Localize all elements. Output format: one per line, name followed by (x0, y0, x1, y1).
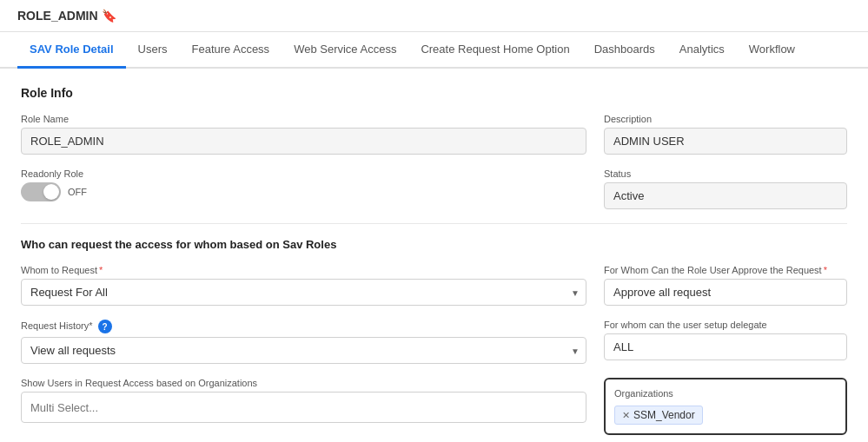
whom-to-request-select-wrapper: Request For All Request For Self Request… (21, 279, 586, 306)
tabs-bar: SAV Role Detail Users Feature Access Web… (0, 32, 868, 69)
role-name-title: ROLE_ADMIN (17, 9, 98, 23)
top-bar: ROLE_ADMIN 🔖 (0, 0, 868, 32)
who-row1: Whom to Request Request For All Request … (21, 265, 847, 306)
role-info-row2: Readonly Role OFF Status (21, 168, 847, 209)
request-history-select-wrapper: View all requests View own requests ▼ (21, 337, 586, 364)
for-whom-approve-group: For Whom Can the Role User Approve the R… (604, 265, 847, 306)
description-input[interactable] (604, 128, 847, 155)
status-input[interactable] (604, 182, 847, 209)
status-group: Status (604, 168, 847, 209)
role-name-group: Role Name (21, 114, 586, 155)
readonly-role-label: Readonly Role (21, 168, 586, 179)
request-history-label: Request History* ? (21, 320, 586, 333)
toggle-knob (43, 184, 59, 200)
org-tag-ssm-vendor: ✕ SSM_Vendor (614, 406, 703, 425)
show-users-input[interactable] (21, 392, 586, 423)
tab-create-request-home-option[interactable]: Create Request Home Option (408, 32, 581, 69)
status-label: Status (604, 168, 847, 179)
section-divider (21, 223, 847, 224)
role-name-label: Role Name (21, 114, 586, 124)
show-users-group: Show Users in Request Access based on Or… (21, 378, 586, 423)
tab-workflow[interactable]: Workflow (737, 32, 807, 69)
tab-sav-role-detail[interactable]: SAV Role Detail (17, 32, 126, 69)
who-row3: Show Users in Request Access based on Or… (21, 378, 847, 435)
organizations-box: Organizations ✕ SSM_Vendor (604, 378, 847, 435)
role-name-input[interactable] (21, 128, 586, 155)
whom-to-request-select[interactable]: Request For All Request For Self Request… (21, 279, 586, 306)
whom-to-request-label: Whom to Request (21, 265, 586, 275)
whom-to-request-group: Whom to Request Request For All Request … (21, 265, 586, 306)
main-content: Role Info Role Name Description Readonly… (0, 69, 868, 442)
for-whom-delegate-input[interactable] (604, 333, 847, 360)
for-whom-approve-input[interactable] (604, 279, 847, 306)
who-row2: Request History* ? View all requests Vie… (21, 320, 847, 364)
show-users-label: Show Users in Request Access based on Or… (21, 378, 586, 388)
toggle-state-label: OFF (68, 187, 87, 197)
for-whom-delegate-label: For whom can the user setup delegate (604, 320, 847, 330)
bookmark-icon: 🔖 (102, 9, 116, 23)
toggle-group: OFF (21, 182, 586, 201)
role-info-title: Role Info (21, 86, 847, 100)
organizations-col: Organizations ✕ SSM_Vendor (604, 378, 847, 435)
readonly-toggle[interactable] (21, 182, 61, 201)
description-label: Description (604, 114, 847, 124)
page-title: ROLE_ADMIN 🔖 (17, 9, 116, 23)
for-whom-delegate-group: For whom can the user setup delegate (604, 320, 847, 364)
org-tag-value: SSM_Vendor (633, 409, 695, 421)
role-info-row1: Role Name Description (21, 114, 847, 155)
tab-dashboards[interactable]: Dashboards (582, 32, 667, 69)
readonly-role-group: Readonly Role OFF (21, 168, 586, 209)
request-history-group: Request History* ? View all requests Vie… (21, 320, 586, 364)
request-history-select[interactable]: View all requests View own requests (21, 337, 586, 364)
tab-web-service-access[interactable]: Web Service Access (282, 32, 408, 69)
tab-users[interactable]: Users (126, 32, 180, 69)
show-users-col: Show Users in Request Access based on Or… (21, 378, 586, 423)
tab-analytics[interactable]: Analytics (667, 32, 737, 69)
tab-feature-access[interactable]: Feature Access (180, 32, 282, 69)
request-history-info-icon[interactable]: ? (98, 320, 112, 333)
for-whom-approve-label: For Whom Can the Role User Approve the R… (604, 265, 847, 275)
who-section-title: Who can request the access for whom base… (21, 238, 847, 251)
organizations-label: Organizations (614, 388, 837, 399)
description-group: Description (604, 114, 847, 155)
org-tag-remove-icon[interactable]: ✕ (622, 410, 630, 421)
